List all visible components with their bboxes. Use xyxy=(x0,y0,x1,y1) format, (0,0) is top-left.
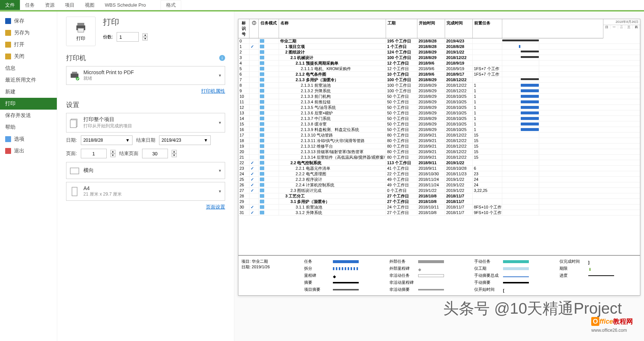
col-pred: 前置任务 xyxy=(473,19,502,38)
tab-wbs[interactable]: WBS Schedule Pro xyxy=(100,0,151,10)
task-row: 62.1.2 电气条件图10 个工作日2018/9/62018/9/171FS+… xyxy=(238,72,640,77)
sidebar-item-打印[interactable]: 打印 xyxy=(0,98,57,110)
scope-sub: 打印从开始到完成的项目 xyxy=(83,123,214,129)
page-label: 页面: xyxy=(66,150,77,157)
sidebar-item-新建[interactable]: 新建 xyxy=(0,86,57,98)
task-row: 23✓2.2.1 电器元件清单41 个工作日2018/9/112018/10/2… xyxy=(238,166,640,171)
print-preview: 标识号 ⓘ 任务模式 名称 工期 开始时间 完成时间 前置任务 2018年8月2… xyxy=(234,11,644,341)
print-scope-select[interactable]: 打印整个项目 打印从开始到完成的项目 ▼ xyxy=(66,113,225,132)
copies-input[interactable] xyxy=(117,32,139,42)
date-end-label: 结束日期 xyxy=(136,137,155,144)
task-row: 182.1.3.11 冷却/供气/火帘/润滑等管路80 个工作日2018/9/2… xyxy=(238,138,640,144)
date-end-input[interactable]: 2019/4/23▼ xyxy=(159,135,211,145)
col-indicator: ⓘ xyxy=(249,19,259,38)
printer-properties-link[interactable]: 打印机属性 xyxy=(66,88,225,94)
watermark-text: 头条号 @10天精通Project xyxy=(443,298,622,319)
landscape-icon xyxy=(69,165,80,176)
pge-up[interactable]: ▲ xyxy=(172,150,177,154)
legend-item: 手动摘要 xyxy=(474,280,552,285)
page-start-input[interactable] xyxy=(81,149,107,158)
page-setup-link[interactable]: 页面设置 xyxy=(66,204,225,210)
svg-rect-0 xyxy=(78,23,85,25)
legend-item: 手动任务 xyxy=(474,259,552,264)
date-start-input[interactable]: 2018/8/28▼ xyxy=(81,135,132,145)
print-title: 打印 xyxy=(103,17,148,28)
printer-icon xyxy=(75,21,87,33)
task-row: 22 图纸设计124 个工作日2018/8/292019/1/22 xyxy=(238,49,640,55)
print-settings-panel: 打印 打印 份数: ▲ ▼ 打印机 i Microsoft P xyxy=(57,11,234,341)
task-row: 24✓2.2.2 电气原理图22 个工作日2018/10/302018/11/2… xyxy=(238,171,640,177)
document-icon xyxy=(69,118,80,128)
copies-up[interactable]: ▲ xyxy=(142,33,148,37)
save-icon xyxy=(5,18,11,24)
legend-item: 仅工期 xyxy=(474,266,552,271)
settings-header: 设置 xyxy=(66,100,79,109)
legend-item: 摘要 xyxy=(304,280,382,285)
tab-task[interactable]: 任务 xyxy=(20,0,40,10)
info-icon[interactable]: i xyxy=(219,55,225,61)
printer-header: 打印机 xyxy=(66,54,86,62)
task-row: 162.1.3.9 料盘检测、料盘定位系统50 个工作日2018/8/29201… xyxy=(238,127,640,132)
printer-status: 就绪 xyxy=(83,75,214,82)
sidebar-item-退出[interactable]: 退出 xyxy=(0,145,57,157)
sidebar-item-label: 打印 xyxy=(5,100,16,107)
copies-down[interactable]: ▼ xyxy=(142,37,148,41)
sidebar-item-label: 打开 xyxy=(14,41,24,48)
task-row: 0华业二期195 个工作日2018/8/282019/4/23 xyxy=(238,38,640,44)
sidebar-item-另存为[interactable]: 另存为 xyxy=(0,27,57,39)
dropdown-caret-icon: ▼ xyxy=(218,189,222,193)
legend-item: 非活动任务 xyxy=(389,273,467,278)
svg-rect-7 xyxy=(70,120,76,127)
svg-rect-9 xyxy=(72,187,77,196)
task-row: 202.1.3.13 排烟罩/辐射管罩/加热管罩80 个工作日2018/9/21… xyxy=(238,149,640,155)
legend-item: 外部里程碑◆ xyxy=(389,266,467,271)
pg-dn[interactable]: ▼ xyxy=(110,154,116,157)
legend-item: 任务 xyxy=(304,259,382,264)
legend-item: 里程碑◆ xyxy=(304,273,382,278)
watermark-logo: Office教程网 www.office26.com xyxy=(591,317,633,334)
task-row: 92.1.3.2 升降系统100 个工作日2018/8/292018/12/22… xyxy=(238,88,640,94)
sidebar-item-保存并发送[interactable]: 保存并发送 xyxy=(0,110,57,121)
legend-date: 日期: 2019/1/26 xyxy=(241,264,293,270)
pge-dn[interactable]: ▼ xyxy=(172,154,177,157)
col-id: 标识号 xyxy=(238,19,249,38)
sidebar-item-帮助[interactable]: 帮助 xyxy=(0,121,57,133)
orientation-select[interactable]: 横向 ▼ xyxy=(66,162,225,179)
page-end-input[interactable] xyxy=(142,149,168,158)
task-row: 27✓2.3 图纸设计完成0 个工作日2019/1/222019/1/223,2… xyxy=(238,188,640,193)
col-mode: 任务模式 xyxy=(259,19,279,38)
tab-project[interactable]: 项目 xyxy=(60,0,80,10)
legend-item: 进度 xyxy=(559,273,637,278)
printer-select[interactable]: Microsoft Print to PDF 就绪 ▼ xyxy=(66,66,225,85)
sidebar-item-最近所用文件[interactable]: 最近所用文件 xyxy=(0,74,57,86)
legend-item xyxy=(559,287,637,292)
task-row: 1✓1 项目立项1 个工作日2018/8/282018/8/28 xyxy=(238,44,640,49)
print-button-label: 打印 xyxy=(76,35,85,42)
close-icon xyxy=(5,54,11,59)
col-start: 开始时间 xyxy=(417,19,445,38)
task-row: 112.1.3.4 前推拉链50 个工作日2018/8/292018/10/25… xyxy=(238,99,640,105)
print-button[interactable]: 打印 xyxy=(66,17,96,46)
svg-rect-8 xyxy=(70,168,79,174)
tab-view[interactable]: 视图 xyxy=(80,0,100,10)
sidebar-item-保存[interactable]: 保存 xyxy=(0,15,57,27)
sidebar-item-信息[interactable]: 信息 xyxy=(0,62,57,74)
legend-item: 仅完成时间] xyxy=(559,259,637,264)
task-row: 42.1.1 预提长周期采购单12 个工作日2018/9/62018/9/19 xyxy=(238,61,640,66)
timeline-days: 日一二三四 xyxy=(603,25,640,29)
legend-item: 外部任务 xyxy=(389,259,467,264)
sidebar-item-关闭[interactable]: 关闭 xyxy=(0,51,57,62)
sidebar-item-label: 关闭 xyxy=(14,53,24,60)
tab-format[interactable]: 格式 xyxy=(161,0,181,10)
pg-up[interactable]: ▲ xyxy=(110,150,116,154)
paper-select[interactable]: A4 21 厘米 x 29.7 厘米 ▼ xyxy=(66,182,225,201)
task-row: 192.1.3.12 维修平台80 个工作日2018/9/212018/12/2… xyxy=(238,144,640,149)
tab-resource[interactable]: 资源 xyxy=(40,0,60,10)
legend-item: 期限⬇ xyxy=(559,266,637,271)
task-row: 22✓2.2 电气控制系统113 个工作日2018/9/112019/1/22 xyxy=(238,160,640,166)
printer-status-icon xyxy=(69,70,80,81)
sidebar-item-打开[interactable]: 打开 xyxy=(0,39,57,51)
page-icon xyxy=(69,186,80,197)
sidebar-item-选项[interactable]: 选项 xyxy=(0,133,57,145)
tab-file[interactable]: 文件 xyxy=(0,0,20,10)
